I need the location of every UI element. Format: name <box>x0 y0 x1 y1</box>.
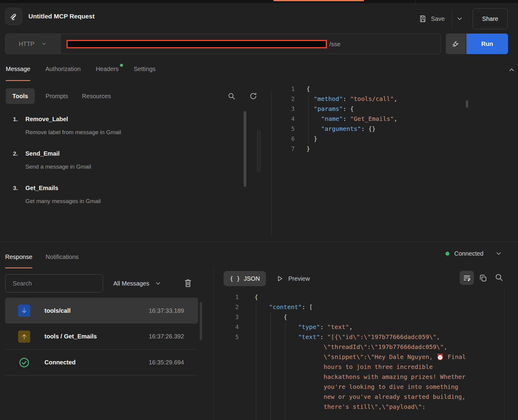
code-line: 3 "params": { <box>269 104 397 114</box>
code-text: there's still\",\"payload\": <box>254 403 426 410</box>
tab-notifications[interactable]: Notifications <box>46 254 79 260</box>
response-search-button[interactable] <box>494 273 503 282</box>
request-tab-bar: Message Authorization Headers Settings <box>6 60 156 79</box>
messages-search-input[interactable] <box>5 274 103 292</box>
code-text: hours to join three incredible <box>254 363 433 370</box>
tab-response[interactable]: Response <box>5 254 32 260</box>
copy-button[interactable] <box>478 273 487 283</box>
code-line-wrap: there's still\",\"payload\": <box>215 402 466 412</box>
chevron-down-icon <box>456 15 463 22</box>
search-icon <box>494 273 503 282</box>
tool-index: 3. <box>13 185 18 192</box>
plug-disconnect-icon <box>452 40 460 48</box>
panel-splitter-handle[interactable] <box>257 130 261 172</box>
message-row-connected[interactable]: Connected 16:35:29.694 <box>5 350 198 376</box>
line-number: 4 <box>215 324 239 330</box>
request-url-bar[interactable]: HTTP /sse <box>5 34 441 54</box>
share-button[interactable]: Share <box>473 8 508 29</box>
copy-icon <box>478 273 487 283</box>
message-timestamp: 16:37:26.392 <box>149 333 184 340</box>
indent-guide <box>256 302 256 420</box>
tab-headers-label: Headers <box>96 66 119 72</box>
disconnect-button[interactable] <box>446 34 466 54</box>
message-list-scrollbar[interactable] <box>200 302 202 340</box>
line-number: 2 <box>269 95 295 102</box>
message-label: tools / Get_Emails <box>44 333 97 340</box>
request-editor-scrollbar[interactable] <box>466 100 468 108</box>
message-label: Connected <box>44 359 76 366</box>
connected-dot-icon <box>445 252 449 256</box>
line-number: 2 <box>215 304 239 310</box>
code-line: 1{ <box>269 84 397 94</box>
url-suffix: /sse <box>329 34 341 54</box>
mcp-logo-icon <box>9 12 18 21</box>
run-button[interactable]: Run <box>466 34 508 54</box>
protocol-dropdown[interactable]: HTTP <box>5 34 61 54</box>
save-options-chevron[interactable] <box>456 15 463 22</box>
code-text: "text": "[{\"id\":\"197b77666dadc059\", <box>254 333 440 341</box>
check-circle-icon <box>18 357 30 369</box>
code-text: } <box>306 145 310 152</box>
message-row-get-emails[interactable]: tools / Get_Emails 16:37:26.392 <box>5 324 198 350</box>
tab-resources[interactable]: Resources <box>79 93 114 100</box>
code-line: 6 } <box>269 134 397 144</box>
code-line: 5 "text": "[{\"id\":\"197b77666dadc059\"… <box>215 332 466 342</box>
braces-icon: { } <box>230 275 240 282</box>
indent-guide <box>270 312 271 420</box>
word-wrap-icon <box>463 274 471 282</box>
request-json-editor[interactable]: 1{ 2 "method": "tools/call", 3 "params":… <box>269 84 397 153</box>
active-workspace-tab-indicator <box>274 0 364 1</box>
code-line: 1{ <box>215 292 466 302</box>
header-divider <box>452 10 452 28</box>
code-line-wrap: hackathons with amazing prizes! Whether <box>215 372 466 382</box>
page-title: Untitled MCP Request <box>28 11 95 22</box>
save-button[interactable]: Save <box>419 13 445 24</box>
tools-refresh-button[interactable] <box>249 92 257 100</box>
tab-settings[interactable]: Settings <box>134 66 156 74</box>
code-line-wrap: \"threadId\":\"197b77666dadc059\", <box>215 342 466 352</box>
headers-active-dot <box>120 64 123 67</box>
chevron-up-icon <box>508 66 516 74</box>
tools-list-scrollbar[interactable] <box>244 111 246 187</box>
message-filter-dropdown[interactable]: All Messages <box>113 278 161 289</box>
word-wrap-button[interactable] <box>460 271 474 285</box>
code-line-wrap: you're looking to dive into something <box>215 382 466 392</box>
line-number: 6 <box>269 135 295 142</box>
filter-label: All Messages <box>113 280 149 287</box>
line-number: 7 <box>269 145 295 152</box>
tool-description: Get many messages in Gmail <box>25 198 101 205</box>
code-text: "arguments": {} <box>306 125 376 132</box>
code-line: 7} <box>269 144 397 153</box>
message-list: tools/call 16:37:33.189 tools / Get_Emai… <box>5 298 198 376</box>
tab-message[interactable]: Message <box>6 66 30 74</box>
code-text: hackathons with amazing prizes! Whether <box>254 373 465 380</box>
tab-authorization[interactable]: Authorization <box>45 66 81 74</box>
connection-status-dropdown[interactable]: Connected <box>445 248 502 259</box>
tab-headers[interactable]: Headers <box>96 66 119 74</box>
code-text: "method": "tools/call", <box>306 95 397 102</box>
collapse-panel-chevron[interactable] <box>508 66 516 74</box>
chevron-down-icon <box>41 41 47 47</box>
code-text: \"snippet\":\"Hey Dale Nguyen, ⏰ Final <box>254 353 466 360</box>
preview-view-button[interactable]: Preview <box>276 273 310 284</box>
mcp-request-window: Untitled MCP Request Save Share HTTP /ss… <box>0 0 518 420</box>
line-number: 5 <box>215 334 239 340</box>
json-view-label: JSON <box>244 275 260 282</box>
line-number: 1 <box>215 294 239 300</box>
tab-tools[interactable]: Tools <box>6 88 35 104</box>
response-tab-bar: Response Notifications <box>5 248 79 265</box>
clear-messages-button[interactable] <box>184 278 193 288</box>
response-json-editor[interactable]: 1{ 2 "content": [ 3 { 4 "type": "text", … <box>215 292 466 412</box>
json-view-button[interactable]: { } JSON <box>224 271 266 286</box>
tools-search-button[interactable] <box>227 92 236 100</box>
message-timestamp: 16:35:29.694 <box>149 359 184 366</box>
tab-prompts[interactable]: Prompts <box>43 93 71 100</box>
response-editor-scrollbar-track[interactable] <box>504 287 504 420</box>
sent-arrow-icon <box>18 331 30 343</box>
line-number: 3 <box>269 105 295 112</box>
tool-name: Remove_Label <box>25 116 68 123</box>
code-line: 4 "type": "text", <box>215 322 466 332</box>
message-label: tools/call <box>44 307 71 314</box>
indent-guide <box>285 322 285 420</box>
message-row-tools-call[interactable]: tools/call 16:37:33.189 <box>5 298 198 324</box>
